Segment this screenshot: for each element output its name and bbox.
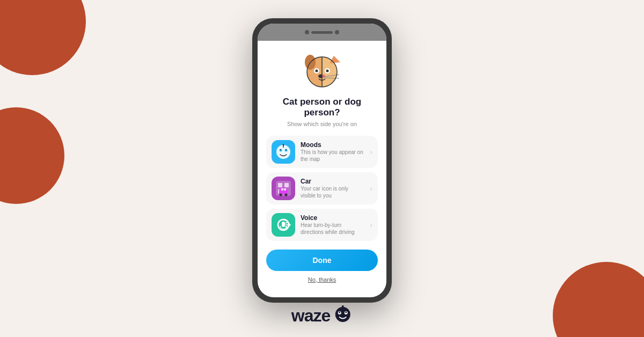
bg-circle-bottom-right [553,262,644,337]
car-desc: Your car icon is only visible to you [301,185,364,199]
voice-desc: Hear turn-by-turn directions while drivi… [301,222,364,236]
waze-logo-text: waze [291,306,330,326]
screen-subtitle: Show which side you're on [287,121,357,127]
moods-desc: This is how you appear on the map [301,149,364,163]
svg-point-19 [280,149,281,150]
svg-point-43 [339,312,341,313]
waze-logo-face-icon [333,304,353,327]
svg-point-20 [286,149,287,150]
bg-circle-top-left [0,0,86,75]
voice-icon-box [272,213,295,237]
phone-mockup: Cat person or dog person? Show which sid… [252,18,392,303]
moods-menu-item[interactable]: Moods This is how you appear on the map … [266,136,378,168]
svg-point-22 [283,144,284,145]
svg-point-29 [280,193,282,196]
phone-speaker [311,31,333,34]
pet-icon [303,52,341,90]
screen-title: Cat person or dog person? [266,97,378,119]
car-chevron: › [370,184,372,193]
car-menu-item[interactable]: Car Your car icon is only visible to you… [266,172,378,204]
svg-marker-34 [289,223,291,227]
moods-title: Moods [301,141,364,149]
svg-rect-24 [278,183,282,187]
car-icon-box [272,177,295,200]
phone-screen: Cat person or dog person? Show which sid… [258,24,386,297]
moods-chevron: › [370,148,372,156]
phone-camera [305,30,309,34]
svg-rect-31 [281,188,283,191]
phone-camera-2 [335,30,339,34]
voice-menu-item[interactable]: Voice Hear turn-by-turn directions while… [266,209,378,241]
phone-top-bar [258,24,386,41]
svg-rect-32 [284,188,286,191]
menu-items: Moods This is how you appear on the map … [266,136,378,241]
car-title: Car [301,178,364,185]
voice-text: Voice Hear turn-by-turn directions while… [301,214,364,236]
done-button[interactable]: Done [266,250,378,271]
svg-line-35 [286,222,288,223]
svg-point-5 [316,70,318,72]
svg-point-10 [326,70,329,72]
no-thanks-button[interactable]: No, thanks [308,276,336,283]
car-text: Car Your car icon is only visible to you [301,178,364,199]
moods-text: Moods This is how you appear on the map [301,141,364,163]
svg-point-30 [285,193,288,196]
svg-point-44 [346,312,347,313]
svg-rect-38 [282,222,285,227]
voice-chevron: › [370,221,372,229]
voice-title: Voice [301,214,364,222]
screen-content: Cat person or dog person? Show which sid… [258,41,386,297]
svg-point-46 [342,305,344,307]
svg-rect-25 [284,183,289,187]
moods-icon-box [272,140,295,164]
bg-circle-mid-left [0,107,64,204]
waze-logo: waze [291,304,353,327]
